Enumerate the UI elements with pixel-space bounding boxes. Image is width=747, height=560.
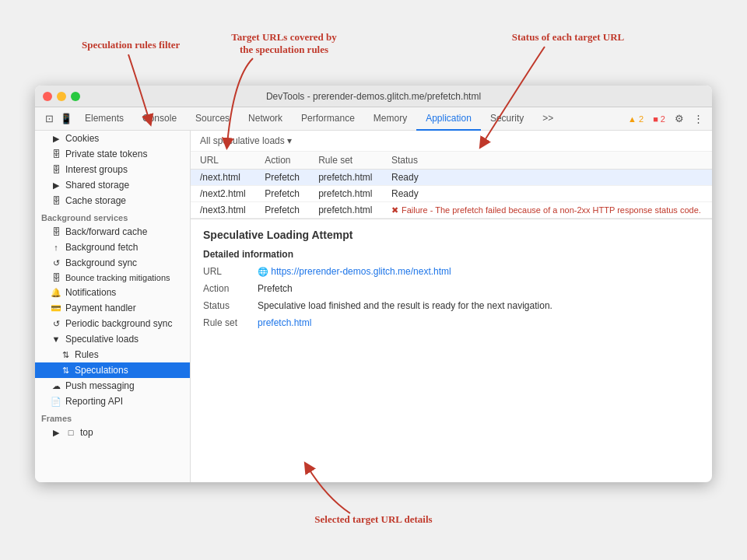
detail-title: Speculative Loading Attempt: [203, 229, 700, 241]
sidebar-item-notifications[interactable]: 🔔 Notifications: [35, 285, 190, 300]
maximize-button[interactable]: [71, 92, 80, 101]
sidebar-label: Cache storage: [65, 195, 126, 206]
tab-performance[interactable]: Performance: [292, 107, 364, 131]
sync-icon: ↺: [51, 258, 61, 268]
cell-ruleset: prefetch.html: [309, 202, 382, 219]
sidebar-item-cache[interactable]: 🗄 Cache storage: [35, 193, 190, 208]
frames-section: Frames: [35, 409, 190, 425]
bg-services-section: Background services: [35, 208, 190, 224]
tab-bar: Elements Console Sources Network Perform…: [75, 107, 623, 131]
rules-icon: ⇅: [60, 350, 71, 360]
sidebar-label: Periodic background sync: [65, 318, 172, 329]
sidebar-item-private-state[interactable]: 🗄 Private state tokens: [35, 146, 190, 162]
sidebar-item-cookies[interactable]: ▶ Cookies: [35, 131, 190, 146]
cache-icon: 🗄: [51, 227, 61, 236]
sidebar-label: Shared storage: [65, 180, 129, 191]
sidebar-label: Background fetch: [65, 242, 138, 253]
expand-icon: ▶: [51, 134, 61, 144]
detail-value-url: 🌐 https://prerender-demos.glitch.me/next…: [258, 266, 700, 277]
tab-more[interactable]: >>: [533, 107, 563, 131]
sidebar-item-reporting[interactable]: 📄 Reporting API: [35, 394, 190, 409]
table-row[interactable]: /next2.htmlPrefetchprefetch.htmlReady: [191, 186, 712, 202]
tab-application[interactable]: Application: [416, 107, 481, 131]
detail-label-action: Action: [203, 283, 258, 294]
col-action: Action: [255, 152, 309, 170]
main-panel: All speculative loads ▾ URL Action Rule …: [191, 131, 712, 482]
cloud-icon: ☁: [51, 381, 61, 391]
sidebar-label: Background sync: [65, 257, 137, 268]
settings-icon[interactable]: ⚙: [672, 111, 687, 127]
bounce-icon: 🗄: [51, 273, 61, 282]
tab-console[interactable]: Console: [133, 107, 186, 131]
sidebar-label: Rules: [75, 349, 99, 360]
table-row[interactable]: /next3.htmlPrefetchprefetch.html✖Failure…: [191, 202, 712, 219]
sidebar-label: Speculative loads: [65, 334, 139, 345]
cell-url: /next2.html: [191, 186, 255, 202]
sidebar-item-bg-sync[interactable]: ↺ Background sync: [35, 255, 190, 271]
periodic-icon: ↺: [51, 319, 61, 329]
sidebar-item-bg-fetch[interactable]: ↑ Background fetch: [35, 240, 190, 255]
svg-text:Selected target URL details: Selected target URL details: [314, 513, 432, 525]
sidebar-item-shared[interactable]: ▶ Shared storage: [35, 177, 190, 193]
sidebar-item-periodic[interactable]: ↺ Periodic background sync: [35, 316, 190, 331]
sidebar-item-top[interactable]: ▶ □ top: [35, 425, 190, 440]
svg-text:Speculation rules filter: Speculation rules filter: [82, 39, 181, 51]
sidebar-label: Bounce tracking mitigations: [65, 273, 170, 282]
sidebar-label: Private state tokens: [65, 149, 147, 159]
sidebar-item-interest[interactable]: 🗄 Interest groups: [35, 162, 190, 177]
col-url: URL: [191, 152, 255, 170]
fetch-icon: ↑: [51, 243, 61, 252]
detail-label-url: URL: [203, 266, 258, 277]
sidebar-item-rules[interactable]: ⇅ Rules: [35, 347, 190, 362]
ruleset-link[interactable]: prefetch.html: [258, 317, 311, 328]
sidebar-item-speculations[interactable]: ⇅ Speculations: [35, 362, 190, 378]
devtools-toolbar: ⊡ 📱 Elements Console Sources Network Per…: [35, 107, 712, 131]
sidebar-item-payment[interactable]: 💳 Payment handler: [35, 300, 190, 316]
expand-icon: ▶: [51, 428, 61, 438]
tab-memory[interactable]: Memory: [364, 107, 416, 131]
detail-row-ruleset: Rule set prefetch.html: [203, 317, 700, 328]
sidebar-item-speculative[interactable]: ▼ Speculative loads: [35, 331, 190, 347]
devtools-body: ▶ Cookies 🗄 Private state tokens 🗄 Inter…: [35, 131, 712, 482]
toolbar-right: ▲ 2 ■ 2 ⚙ ⋮: [625, 111, 706, 127]
sidebar-item-bounce[interactable]: 🗄 Bounce tracking mitigations: [35, 271, 190, 285]
panel-header[interactable]: All speculative loads ▾: [191, 131, 712, 152]
doc-icon: 📄: [51, 397, 61, 407]
col-ruleset: Rule set: [309, 152, 382, 170]
tab-elements[interactable]: Elements: [75, 107, 133, 131]
all-speculative-label: All speculative loads ▾: [200, 135, 292, 146]
close-button[interactable]: [43, 92, 52, 101]
device-icon[interactable]: 📱: [58, 111, 74, 127]
more-icon[interactable]: ⋮: [690, 111, 706, 127]
sidebar-item-push[interactable]: ☁ Push messaging: [35, 378, 190, 394]
title-bar: DevTools - prerender-demos.glitch.me/pre…: [35, 86, 712, 107]
svg-text:Target URLs covered by: Target URLs covered by: [231, 31, 337, 43]
db-icon: 🗄: [51, 196, 61, 205]
table-row[interactable]: /next.htmlPrefetchprefetch.htmlReady: [191, 170, 712, 186]
globe-icon: 🌐: [258, 267, 268, 276]
detail-label-ruleset: Rule set: [203, 317, 258, 328]
detail-subtitle: Detailed information: [203, 249, 700, 260]
table-area: All speculative loads ▾ URL Action Rule …: [191, 131, 712, 219]
minimize-button[interactable]: [57, 92, 66, 101]
col-status: Status: [382, 152, 712, 170]
sidebar-label: Back/forward cache: [65, 226, 147, 237]
speculations-icon: ⇅: [60, 366, 71, 376]
sidebar-label: Reporting API: [65, 396, 123, 407]
window-title: DevTools - prerender-demos.glitch.me/pre…: [266, 91, 481, 102]
sidebar-item-bfcache[interactable]: 🗄 Back/forward cache: [35, 224, 190, 240]
speculative-table: URL Action Rule set Status /next.htmlPre…: [191, 152, 712, 219]
cell-action: Prefetch: [255, 170, 309, 186]
inspect-icon[interactable]: ⊡: [41, 111, 57, 127]
url-link[interactable]: https://prerender-demos.glitch.me/next.h…: [271, 266, 451, 277]
tab-network[interactable]: Network: [239, 107, 292, 131]
cell-status: ✖Failure - The prefetch failed because o…: [382, 202, 712, 219]
sidebar-label: top: [80, 427, 93, 438]
cell-url: /next3.html: [191, 202, 255, 219]
tab-sources[interactable]: Sources: [186, 107, 239, 131]
tab-security[interactable]: Security: [481, 107, 533, 131]
payment-icon: 💳: [51, 303, 61, 313]
detail-value-ruleset: prefetch.html: [258, 317, 700, 328]
detail-row-action: Action Prefetch: [203, 283, 700, 294]
detail-label-status: Status: [203, 300, 258, 311]
